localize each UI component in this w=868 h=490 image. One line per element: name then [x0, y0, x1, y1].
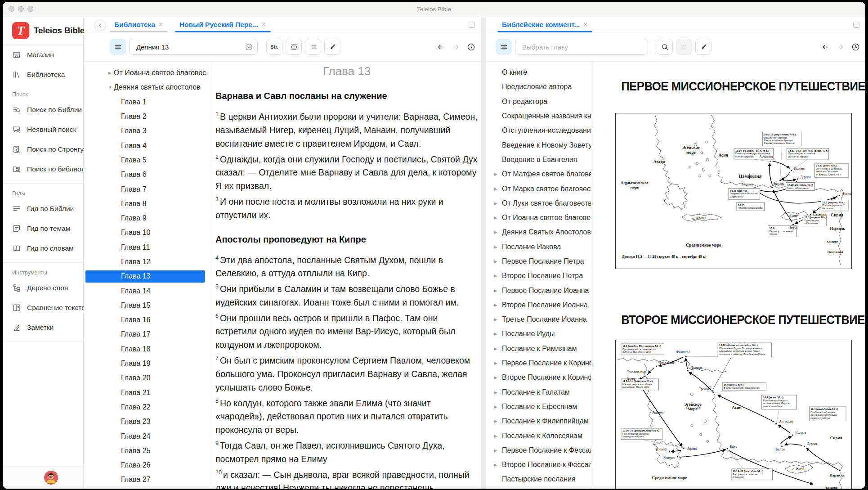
sidebar-item-library[interactable]: Библиотека — [3, 65, 83, 85]
book-tree-item[interactable]: ▶От Иоанна святое благовес... — [84, 66, 209, 80]
commentary-nav-item[interactable]: Введение к Новому Завету — [486, 138, 591, 152]
commentary-nav-item[interactable]: ▶Первое Послание Иоанна — [486, 283, 591, 297]
chevron-collapsed-icon[interactable]: ▶ — [494, 245, 497, 249]
chapter-item[interactable]: Глава 6 — [84, 167, 209, 182]
history-button[interactable] — [467, 43, 475, 51]
commentary-nav-item[interactable]: ▶Послание к Колоссянам — [486, 428, 591, 443]
chapter-item[interactable]: Глава 20 — [84, 371, 209, 385]
chapter-item[interactable]: Глава 1 — [84, 95, 209, 109]
chapter-item[interactable]: Глава 12 — [84, 255, 209, 269]
commentary-nav-item[interactable]: ▶Деяния Святых Апостолов — [486, 225, 591, 239]
history-forward-button[interactable] — [836, 43, 845, 51]
sidebar-item-bible-search[interactable]: Поиск по Библии — [3, 100, 83, 120]
commentary-nav-item[interactable]: ▶Послание Иуды — [486, 327, 591, 341]
chevron-collapsed-icon[interactable]: ▶ — [494, 303, 497, 307]
commentary-nav-item[interactable]: ▶Первое Послание к Коринф... — [486, 356, 591, 370]
chapter-item[interactable]: Глава 26 — [84, 458, 209, 472]
chapter-item[interactable]: Глава 11 — [84, 240, 209, 255]
pane-divider[interactable] — [481, 17, 486, 489]
commentary-nav-item[interactable]: ▶От Матфея святое благовес... — [486, 167, 591, 181]
sidebar-item-word-tree[interactable]: Дерево слов — [3, 278, 83, 298]
sidebar-item-notes[interactable]: Заметки — [3, 318, 83, 337]
chevron-collapsed-icon[interactable]: ▶ — [494, 216, 497, 220]
chapter-item[interactable]: Глава 4 — [84, 138, 209, 153]
tab-commentary[interactable]: Библейские коммент...✕ — [497, 17, 593, 32]
sidebar-item-strong-search[interactable]: Поиск по Стронгу — [3, 139, 83, 159]
sidebar-item-word-guide[interactable]: Гид по словам — [3, 238, 83, 258]
chevron-collapsed-icon[interactable]: ▶ — [494, 346, 497, 351]
chapter-item[interactable]: Глава 3 — [84, 124, 209, 138]
chevron-collapsed-icon[interactable]: ▶ — [494, 259, 497, 264]
book-tree-item[interactable]: ▼Деяния святых апостолов — [84, 80, 209, 94]
chevron-collapsed-icon[interactable]: ▶ — [494, 332, 497, 336]
commentary-nav-item[interactable]: ▶От Марка святое благовест... — [486, 181, 591, 196]
chevron-collapsed-icon[interactable]: ▶ — [494, 463, 497, 467]
chevron-collapsed-icon[interactable]: ▶ — [494, 230, 497, 234]
detach-pane-icon[interactable] — [853, 22, 859, 28]
close-tab-icon[interactable]: ✕ — [261, 21, 266, 28]
chapter-item[interactable]: Глава 9 — [84, 211, 209, 225]
chevron-collapsed-icon[interactable]: ▶ — [494, 361, 497, 365]
commentary-nav-item[interactable]: Отступления-исследования — [486, 123, 591, 138]
chapter-item[interactable]: Глава 10 — [84, 225, 209, 240]
commentary-nav-item[interactable]: ▶Первое Послание Петра — [486, 254, 591, 269]
chevron-collapsed-icon[interactable]: ▶ — [494, 390, 497, 395]
sidebar-item-library-search[interactable]: Поиск по библиот... — [3, 159, 83, 179]
verse-layout-button[interactable] — [286, 39, 302, 55]
commentary-nav-item[interactable]: ▶Второе Послание Петра — [486, 269, 591, 283]
chapter-item[interactable]: Глава 19 — [84, 356, 209, 371]
commentary-nav-item[interactable]: ▶Второе Послание к Фессал... — [486, 458, 591, 472]
sidebar-item-bible-guide[interactable]: Гид по Библии — [3, 199, 83, 219]
commentary-nav-item[interactable]: ▶От Луки святое благовество... — [486, 196, 591, 211]
chapter-item[interactable]: Глава 14 — [84, 283, 209, 298]
chevron-collapsed-icon[interactable]: ▶ — [494, 172, 497, 176]
chevron-collapsed-icon[interactable]: ▶ — [494, 405, 497, 409]
commentary-nav-item[interactable]: О книге — [486, 65, 591, 80]
user-avatar[interactable] — [44, 471, 58, 485]
chapter-item[interactable]: Глава 2 — [84, 109, 209, 124]
commentary-nav-item[interactable]: ▶Послание к Римлянам — [486, 342, 591, 356]
sidebar-item-topic-guide[interactable]: Гид по темам — [3, 219, 83, 238]
highlight-brush-button[interactable] — [324, 39, 340, 55]
commentary-nav-item[interactable]: ▶Послание к Филиппийцам — [486, 414, 591, 428]
commentary-nav-item[interactable]: ▶Третье Послание Иоанна — [486, 312, 591, 327]
close-tab-icon[interactable]: ✕ — [583, 21, 588, 28]
close-tab-icon[interactable]: ✕ — [158, 21, 163, 28]
commentary-nav-item[interactable]: ▶Второе Послание Иоанна — [486, 298, 591, 312]
sidebar-item-fuzzy-search[interactable]: Неявный поиск — [3, 120, 83, 139]
chevron-collapsed-icon[interactable]: ▶ — [494, 434, 497, 438]
chevron-collapsed-icon[interactable]: ▶ — [494, 288, 497, 293]
history-forward-button[interactable] — [452, 43, 460, 51]
chapter-item[interactable]: Глава 25 — [84, 444, 209, 458]
commentary-nav-item[interactable]: От редактора — [486, 94, 591, 109]
chevron-collapsed-icon[interactable]: ▶ — [494, 448, 497, 453]
chapter-item[interactable]: Глава 27 — [84, 472, 209, 487]
outline-list-button[interactable] — [305, 39, 321, 55]
chapter-item[interactable]: Глава 15 — [84, 298, 209, 313]
chevron-down-circle-icon[interactable] — [245, 43, 253, 51]
history-button[interactable] — [851, 43, 860, 51]
commentary-brush-button[interactable] — [695, 39, 711, 55]
chevron-collapsed-icon[interactable]: ▶ — [494, 201, 497, 206]
collapse-sidebar-button[interactable] — [94, 20, 106, 31]
commentary-nav-item[interactable]: ▶Первое Послание к Фессал... — [486, 443, 591, 458]
chapter-item[interactable]: Глава 16 — [84, 313, 209, 327]
tab-library[interactable]: Библиотека✕ — [109, 17, 169, 32]
history-back-button[interactable] — [436, 43, 445, 51]
strong-numbers-button[interactable]: Str. — [266, 39, 282, 55]
commentary-nav-item[interactable]: Сокращенные названия кн... — [486, 109, 591, 123]
chevron-collapsed-icon[interactable]: ▶ — [494, 187, 497, 191]
passage-input[interactable] — [135, 43, 245, 51]
commentary-search-button[interactable] — [657, 39, 673, 55]
chevron-collapsed-icon[interactable]: ▶ — [108, 71, 112, 75]
commentary-nav-item[interactable]: ▶Послание к Галатам — [486, 385, 591, 400]
sidebar-item-compare-texts[interactable]: Сравнение текстов — [3, 298, 83, 318]
chapter-select-input[interactable] — [521, 43, 643, 51]
chevron-collapsed-icon[interactable]: ▶ — [494, 317, 497, 322]
chapter-item[interactable]: Глава 5 — [84, 153, 209, 167]
book-menu-button[interactable] — [110, 39, 126, 55]
commentary-nav-item[interactable]: ▶Послание Иакова — [486, 240, 591, 254]
chapter-item-selected[interactable]: Глава 13 — [84, 269, 209, 283]
chapter-item[interactable]: Глава 8 — [84, 197, 209, 211]
sidebar-item-store[interactable]: Магазин — [3, 45, 83, 65]
